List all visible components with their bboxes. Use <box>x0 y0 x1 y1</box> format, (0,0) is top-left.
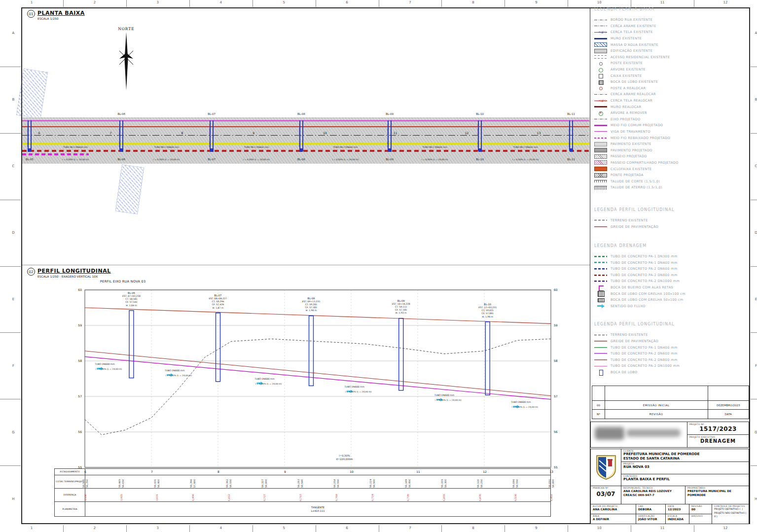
inlet-annotation: CT: 58,581 <box>125 298 138 300</box>
legend-item-label: MURO REALOCAR <box>611 105 641 109</box>
table-row-cotas: COTAS TERRENO/PROJET. 59,50056,35059,465… <box>55 475 550 489</box>
grid-column-label: 8 <box>469 0 477 4</box>
inlet-label-bottom: BL-10 <box>476 158 484 161</box>
inlet-annotation: CT: 59,201 <box>305 303 318 306</box>
legend-item: GREIDE DE PAVIMENTAÇÃO <box>594 338 721 345</box>
inlet-square-marker <box>388 148 392 152</box>
profile-inlet-rect <box>485 322 490 395</box>
grid-tick <box>505 0 505 7</box>
legend-section-title: LEGENDA PLANTA BAIXA <box>594 7 721 14</box>
tree-symbol-icon <box>594 67 607 72</box>
drainage-pipe-plan-line-left <box>22 153 89 155</box>
diferenca-value: 1,496 <box>192 494 194 501</box>
stationing-table: ESTAQUEAMENTO 678910111213 COTAS TERRENO… <box>54 468 551 517</box>
grid-column-label: 11 <box>658 0 667 4</box>
grid-tick <box>751 399 757 399</box>
grid-tick <box>126 525 127 532</box>
diferenca-value: 0,739 <box>407 494 409 501</box>
cota-projeto-value: 59,327 <box>261 479 264 488</box>
diferenca-value: 0,724 <box>371 494 374 501</box>
legend-panel: LEGENDA PLANTA BAIXABORDO RUA EXISTENTEC… <box>594 7 721 375</box>
cota-projeto-value: 59,500 <box>82 479 85 488</box>
inlet-annotation: CT: 59,294 <box>212 300 224 303</box>
dashdot-black-symbol-icon <box>594 17 607 23</box>
inlet-annotation: BL-09 <box>397 299 405 302</box>
grid-tick <box>0 266 21 267</box>
centerline-station-number: 13 <box>537 131 541 135</box>
dash-black-symbol-icon <box>594 332 607 338</box>
segment-pipe-label: TUBO PA-2 DN600 mm <box>63 146 88 148</box>
segment-slope-label: i = 0,50% (L = 24,00 m) <box>153 158 180 161</box>
grid-column-label: 3 <box>153 526 162 530</box>
diferenca-values: 3,1503,4153,0311,4960,8120,7270,7130,708… <box>85 489 550 501</box>
cota-terreno-value: 58,600 <box>265 479 267 488</box>
crest-cell <box>591 449 621 486</box>
legend-item-label: PASSEIO COMPARTILHADO PROJETADO <box>611 161 679 165</box>
grid-row-label: C <box>9 164 18 168</box>
cad-cell: CAD DEBORA <box>636 504 665 514</box>
segment-pipe-label: TUBO PA-2 DN600 mm <box>333 146 358 148</box>
centerline-station-number: 12 <box>465 131 469 135</box>
municipal-crest <box>596 455 616 480</box>
legend-item-label: ÁRVORE A REMOVER <box>611 111 647 115</box>
row-label-diferenca: DIFERENÇA <box>55 489 85 501</box>
grid-tick <box>0 67 21 67</box>
diferenca-value: 0,713 <box>299 494 302 501</box>
legend-item-label: TUBO DE CONCRETO PA-2 DN800 mm <box>611 273 678 277</box>
row-label-planimetria: PLANIMETRIA <box>55 502 85 516</box>
dashdotdot-black-symbol-icon <box>594 23 607 29</box>
table-row-diferenca: DIFERENÇA 3,1503,4153,0311,4960,8120,727… <box>55 489 550 502</box>
diferenca-value: 0,870 <box>479 494 481 501</box>
project-name: RUA NOVA 03 <box>623 465 747 469</box>
grid-tick <box>189 525 190 532</box>
project-number-box: PROJETO Nº 1517/2023 PROJETO EXECUTIVO D… <box>590 422 749 448</box>
inlet-annotation: CT: 59,111 <box>395 306 407 308</box>
legend-item-label: TUBO DE CONCRETO PA-2 DN1000 mm <box>611 364 680 368</box>
segment-pipe-label: TUBO PA-2 DN600 mm <box>513 146 538 148</box>
diferenca-value: 0,727 <box>263 494 266 501</box>
legend-item: TUBO DE CONCRETO PA-1 DN300 mm <box>594 253 721 260</box>
pipe-segment-label: TUBO DN600 mm <box>254 378 275 380</box>
legend-item: PAVIMENTO EXISTENTE <box>594 141 721 147</box>
legend-item-label: CICLOFAIXA EXISTENTE <box>611 167 652 171</box>
legend-item: ÁRVORE EXISTENTE <box>594 67 721 73</box>
owner-value: PREFEITURA MUNICIPAL DE POMERODE <box>687 489 747 497</box>
legend-item: TALUDE DE CORTE (1,5/1,0) <box>594 178 721 184</box>
profile-section-title: PERFIL LONGITUDINAL <box>37 268 111 274</box>
project-cell: PROJETO RUA NOVA 03 <box>621 462 749 474</box>
cota-projeto-value: 59,396 <box>190 479 192 488</box>
centerline-station-number: 7 <box>109 131 111 135</box>
legend-item: PASSEIO PROJETADO <box>594 153 721 160</box>
inlet-annotation: H: 1,96 m <box>482 316 493 318</box>
responsible-cell: RESPONSÁVEL TÉCNICO ANA CAROLINA REIS LO… <box>621 486 685 504</box>
revision-table: 00 EMISSÃO INICIAL DEZEMBRO/2023 Nº REVI… <box>592 386 749 419</box>
cota-terreno-value: 58,550 <box>516 479 518 488</box>
file-cell: ARQUIVO <box>689 514 712 524</box>
dash-purple-symbol-icon <box>594 279 607 284</box>
dash-black-symbol-icon <box>594 217 607 223</box>
riser-pipe-label: TUBO PA-1 DN400 mm <box>387 124 389 147</box>
grid-column-label: 1 <box>27 0 36 4</box>
north-label: NORTE <box>110 27 142 31</box>
inlet-label-bottom: BL-08 <box>297 158 305 161</box>
revision-entry-description: EMISSÃO INICIAL <box>605 401 708 409</box>
inlet-square-marker <box>570 148 573 152</box>
inlet-symbol-icon <box>594 79 607 85</box>
series-line <box>85 339 551 434</box>
table-row-stationing: ESTAQUEAMENTO 678910111213 <box>55 469 550 475</box>
legend-item: MASSA D'ÁGUA EXISTENTE <box>594 41 721 48</box>
project-number-value: 1517/2023 <box>689 426 747 432</box>
grid-tick <box>568 0 568 7</box>
centerline-station-number: 8 <box>181 131 183 135</box>
legend-item: SENTIDO DO FLUXO <box>594 303 721 310</box>
profile-section-scale: ESCALA 1/250 - EXAGERO VERTICAL 10X <box>37 275 111 278</box>
cota-terreno-value: 58,500 <box>373 479 375 488</box>
row-label-cotas: COTAS TERRENO/PROJET. <box>55 475 85 488</box>
segment-pipe-label: TUBO PA-2 DN600 mm <box>244 146 269 148</box>
plan-section-scale: ESCALA 1/250 <box>37 17 85 20</box>
grid-row-label: E <box>752 297 757 301</box>
centerline-station-number: 6 <box>38 131 40 135</box>
content-value: PLANTA BAIXA E PERFIL <box>623 477 747 482</box>
row-label-estaqueamento: ESTAQUEAMENTO <box>55 469 85 475</box>
legend-item-label: VIGA DE TRAVAMENTO <box>611 130 650 134</box>
